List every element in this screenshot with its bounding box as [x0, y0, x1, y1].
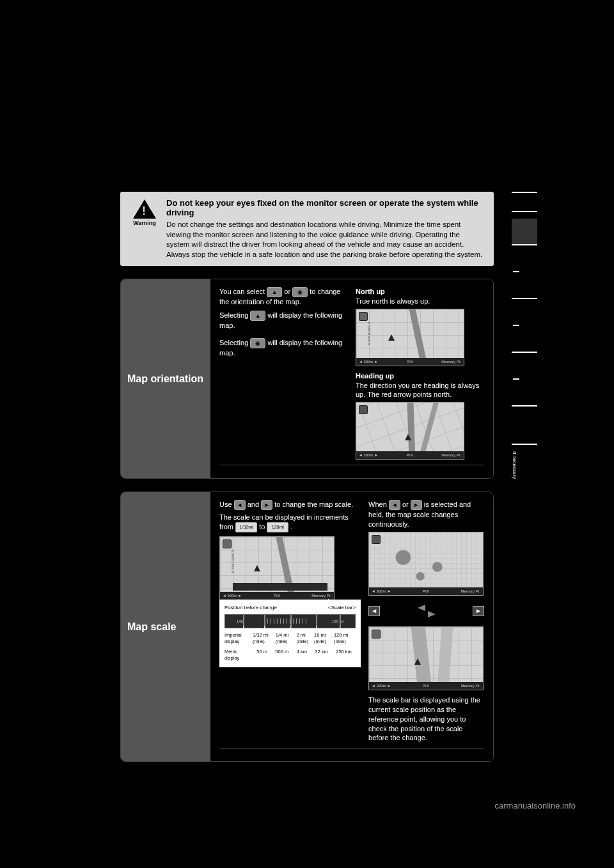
bar-note: The scale bar is displayed using the cur… — [368, 695, 484, 743]
section-map-orientation: Map orientation You can select ▲ or ◉ to… — [120, 279, 494, 479]
orientation-left-col: You can select ▲ or ◉ to change the orie… — [219, 287, 348, 460]
orientation-right-col: North up True north is always up. E SMIT… — [356, 287, 484, 460]
north-up-badge-icon-4 — [372, 630, 381, 639]
imperial-val-1: 1/4 mi (mile) — [276, 632, 297, 645]
metric-val-3: 32 km — [315, 649, 327, 662]
orient-intro-a: You can select — [219, 288, 267, 295]
map-thumb-scale-ref: E SMITH AVE N ◄ 300m ► POI Memory Pt. — [219, 536, 335, 600]
warning-text: Do not keep your eyes fixed on the monit… — [160, 198, 485, 260]
warning-label: Warning — [129, 220, 160, 226]
map-bottom-poi-2: POI — [407, 453, 413, 458]
zoom-in-icon-2[interactable]: ► — [411, 500, 422, 510]
map-bottom-mem-2: Memory Pt. — [441, 453, 461, 458]
side-tab-label: If necessary — [512, 451, 517, 490]
scale-min-button[interactable]: 1/32mi — [235, 522, 257, 532]
side-tabs: If necessary — [512, 192, 537, 509]
side-tab-7: If necessary — [512, 451, 537, 502]
caption-prefix-1: Selecting — [219, 311, 250, 319]
imperial-val-2: 2 mi (mile) — [296, 632, 314, 645]
map-bottom-poi-5: POI — [423, 683, 429, 688]
warning-body: Do not change the settings and destinati… — [166, 220, 485, 260]
map-bottom-left-4: ◄ 300m ► — [372, 589, 391, 594]
map-bottom-left-3: ◄ 300m ► — [223, 593, 242, 598]
warning-box: Warning Do not keep your eyes fixed on t… — [120, 192, 494, 266]
zoom-in-button[interactable]: ► — [473, 606, 484, 616]
warning-icon-col: Warning — [129, 198, 160, 260]
north-up-title: North up — [356, 287, 484, 297]
hold-b: or — [402, 500, 411, 508]
metric-val-0: 50 m — [256, 649, 267, 662]
footer-watermark: carmanualsonline.info — [495, 801, 576, 810]
imperial-val-0: 1/32 mi (mile) — [253, 632, 276, 645]
street-label-2: E SMITH AVE N — [230, 550, 235, 573]
zoom-in-icon[interactable]: ► — [261, 500, 272, 510]
map-thumb-north-up: E SMITH AVE N ◄ 300m ► POI Memory Pt. — [356, 309, 464, 366]
scale-intro-b: and — [248, 500, 261, 508]
vehicle-pointer-icon-3 — [254, 565, 260, 571]
heading-up-title: Heading up — [356, 371, 484, 381]
heading-up-icon[interactable]: ◉ — [292, 287, 308, 297]
orient-intro-b: or — [284, 288, 292, 295]
map-bottom-left-5: ◄ 300m ► — [372, 683, 391, 688]
map-bottom-poi-4: POI — [423, 589, 429, 594]
scale-end: . — [290, 523, 292, 531]
metric-label: Metric display — [224, 649, 253, 662]
hold-a: When — [368, 500, 389, 508]
side-tab-3 — [512, 271, 537, 299]
zoom-out-button[interactable]: ◄ — [368, 606, 380, 616]
street-label: E SMITH AVE N — [366, 322, 371, 345]
zoom-arrows: ◄ ► — [368, 601, 484, 621]
map-thumb-heading-up: ◄ 300m ► POI Memory Pt. — [356, 402, 464, 460]
map-bottom-mem-3: Memory Pt. — [311, 593, 331, 598]
metric-val-1: 500 m — [275, 649, 288, 662]
north-up-badge-icon — [359, 312, 368, 321]
north-up-icon[interactable]: ▲ — [267, 287, 282, 297]
map-thumb-zoom-in: ◄ 300m ► POI Memory Pt. — [368, 626, 484, 690]
vehicle-pointer-icon-2 — [405, 434, 411, 440]
pos-before-label: Position before change — [224, 605, 277, 612]
caption-prefix-2: Selecting — [219, 339, 250, 346]
map-bottom-poi: POI — [407, 359, 413, 364]
section-label-orientation: Map orientation — [121, 279, 210, 478]
side-tab-2 — [512, 219, 537, 245]
side-tab-4 — [512, 325, 537, 353]
section-body-orientation: You can select ▲ or ◉ to change the orie… — [210, 279, 493, 478]
map-bottom-mem: Memory Pt. — [441, 359, 461, 364]
section-label-scale: Map scale — [121, 492, 210, 761]
warning-icon — [133, 199, 156, 219]
scale-bar-strip: 1/32 ▏▏▏▏▏▏▏▏▏▏▏▏▏ 128 mi — [224, 614, 356, 628]
map-bottom-mem-5: Memory Pt. — [460, 683, 480, 688]
heading-up-badge-icon-2 — [372, 535, 381, 544]
scale-bar-label: <Scale bar> — [328, 605, 356, 612]
heading-up-icon-2[interactable]: ◉ — [250, 338, 265, 348]
vehicle-pointer-icon-4 — [414, 658, 421, 665]
north-up-badge-icon-3 — [223, 539, 232, 548]
map-thumb-zoom-out: ◄ 300m ► POI Memory Pt. — [368, 532, 484, 596]
north-up-desc: True north is always up. — [356, 297, 484, 306]
scale-bar-visual — [233, 583, 327, 591]
warning-title: Do not keep your eyes fixed on the monit… — [166, 198, 485, 217]
scale-bar-diagram: Position before change <Scale bar> 1/32 … — [219, 600, 361, 667]
map-bottom-poi-3: POI — [274, 593, 280, 598]
imperial-label: Imperial display — [224, 632, 253, 645]
scale-intro-a: Use — [219, 500, 234, 508]
zoom-out-icon-2[interactable]: ◄ — [389, 500, 400, 510]
map-bottom-left-2: ◄ 300m ► — [359, 453, 378, 458]
side-tab-6 — [512, 413, 537, 445]
metric-val-2: 4 km — [297, 649, 307, 662]
scale-intro-c: to change the map scale. — [274, 500, 353, 508]
imperial-val-4: 128 mi (mile) — [334, 632, 356, 645]
north-up-icon-2[interactable]: ▲ — [250, 311, 265, 321]
scale-to: to — [259, 523, 267, 531]
swap-arrow-icon — [418, 603, 436, 619]
imperial-val-3: 16 mi (mile) — [314, 632, 334, 645]
map-bottom-mem-4: Memory Pt. — [460, 589, 480, 594]
scale-max-button[interactable]: 128mi — [267, 522, 288, 532]
heading-up-desc: The direction you are heading is always … — [356, 381, 484, 400]
section-map-scale: Map scale Use ◄ and ► to change the map … — [120, 492, 494, 762]
map-bottom-left: ◄ 300m ► — [359, 359, 378, 364]
zoom-out-icon[interactable]: ◄ — [234, 500, 246, 510]
metric-val-4: 256 km — [336, 649, 352, 662]
strip-right: 128 mi — [332, 619, 343, 624]
side-tab-1 — [512, 192, 537, 212]
